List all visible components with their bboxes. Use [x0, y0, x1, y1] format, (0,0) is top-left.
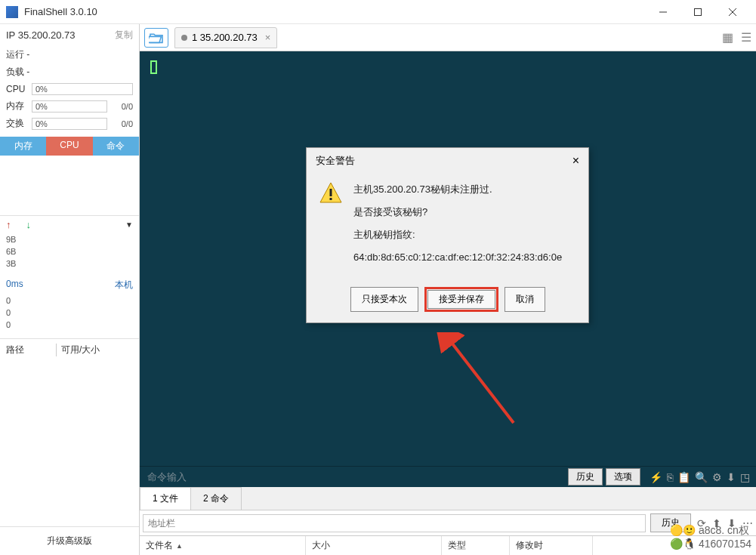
file-list-header: 文件名▲ 大小 类型 修改时	[140, 536, 756, 555]
col-type[interactable]: 类型	[442, 536, 510, 555]
bottom-tab-files[interactable]: 1 文件	[140, 487, 191, 510]
zero-row: 0	[6, 319, 133, 331]
run-status: 运行 -	[6, 48, 29, 61]
copy-icon[interactable]: ⎘	[667, 471, 673, 483]
history-button[interactable]: 历史	[568, 468, 603, 486]
byte-row: 3B	[6, 257, 133, 270]
byte-row: 6B	[6, 245, 133, 257]
svg-rect-6	[330, 198, 332, 200]
download-icon[interactable]: ⬇	[727, 471, 736, 483]
upload-icon: ↑	[6, 219, 11, 230]
dialog-title: 安全警告	[316, 154, 355, 168]
col-mtime[interactable]: 修改时	[510, 536, 593, 555]
cpu-bar: 0%	[32, 83, 133, 95]
svg-rect-1	[695, 8, 702, 15]
connection-tab-label: 1 35.200.20.73	[192, 32, 258, 43]
command-input[interactable]: 命令输入	[140, 470, 568, 484]
accept-once-button[interactable]: 只接受本次	[350, 287, 418, 312]
sidebar: IP 35.200.20.73 复制 运行 - 负载 - CPU 0% 内存 0…	[0, 24, 140, 555]
col-size[interactable]: 大小	[306, 536, 442, 555]
col-filename[interactable]: 文件名▲	[140, 536, 306, 555]
external-icon[interactable]: ◳	[740, 471, 750, 483]
minimize-button[interactable]	[646, 0, 680, 24]
address-bar[interactable]	[143, 514, 646, 532]
window-title: FinalShell 3.0.10	[24, 6, 646, 17]
close-button[interactable]	[715, 0, 750, 24]
options-button[interactable]: 选项	[606, 468, 640, 486]
mem-ratio: 0/0	[110, 102, 133, 111]
upgrade-button[interactable]: 升级高级版	[0, 526, 139, 555]
load-status: 负载 -	[6, 66, 29, 79]
open-connection-button[interactable]	[144, 28, 168, 48]
mem-bar: 0%	[32, 100, 107, 113]
dialog-line1: 主机35.200.20.73秘钥未注册过.	[353, 181, 562, 198]
path-header: 路径	[6, 344, 51, 356]
zero-row: 0	[6, 307, 133, 319]
copy-ip-button[interactable]: 复制	[115, 29, 133, 42]
maximize-button[interactable]	[680, 0, 715, 24]
swap-label: 交换	[6, 117, 32, 130]
ip-label: IP 35.200.20.73	[6, 29, 115, 41]
paste-icon[interactable]: 📋	[677, 471, 690, 483]
search-icon[interactable]: 🔍	[695, 471, 708, 483]
cpu-label: CPU	[6, 84, 32, 94]
window-titlebar: FinalShell 3.0.10	[0, 0, 756, 24]
dialog-line3: 主机秘钥指纹:	[353, 227, 562, 243]
tab-cpu[interactable]: CPU	[46, 137, 92, 156]
close-tab-icon[interactable]: ×	[265, 32, 271, 43]
tab-command[interactable]: 命令	[93, 137, 139, 156]
connection-tab[interactable]: 1 35.200.20.73 ×	[174, 27, 277, 48]
app-icon	[6, 6, 18, 18]
accept-save-button[interactable]: 接受并保存	[427, 290, 495, 309]
zero-row: 0	[6, 294, 133, 307]
mem-label: 内存	[6, 100, 32, 113]
warning-icon	[319, 181, 343, 205]
usage-chart	[0, 156, 139, 216]
connection-status-icon	[181, 35, 187, 41]
grid-view-icon[interactable]: ▦	[722, 30, 733, 45]
dialog-line2: 是否接受该秘钥?	[353, 204, 562, 220]
svg-rect-5	[330, 189, 332, 196]
connection-tabbar: 1 35.200.20.73 × ▦ ☰	[140, 24, 756, 51]
security-warning-dialog: 安全警告 × 主机35.200.20.73秘钥未注册过. 是否接受该秘钥? 主机…	[306, 147, 589, 323]
ping-value: 0ms	[6, 279, 23, 291]
cancel-button[interactable]: 取消	[505, 287, 545, 312]
net-dropdown-icon[interactable]: ▼	[125, 220, 133, 229]
bolt-icon[interactable]: ⚡	[650, 471, 662, 483]
size-header: 可用/大小	[61, 344, 133, 356]
swap-bar: 0%	[32, 118, 107, 130]
dialog-close-icon[interactable]: ×	[572, 154, 579, 168]
dialog-fingerprint: 64:db:8d:65:c0:12:ca:df:ec:12:0f:32:24:8…	[353, 249, 562, 266]
bottom-tab-commands[interactable]: 2 命令	[190, 487, 242, 510]
watermark: a8c8. cn权 416070154	[670, 523, 751, 550]
tab-memory[interactable]: 内存	[0, 137, 46, 156]
highlight-annotation: 接受并保存	[424, 287, 498, 312]
download-icon: ↓	[26, 219, 32, 230]
terminal-cursor	[150, 60, 157, 74]
swap-ratio: 0/0	[110, 119, 133, 128]
settings-icon[interactable]: ⚙	[712, 471, 722, 483]
byte-row: 9B	[6, 233, 133, 245]
menu-icon[interactable]: ☰	[741, 30, 751, 45]
ping-host[interactable]: 本机	[115, 279, 133, 291]
